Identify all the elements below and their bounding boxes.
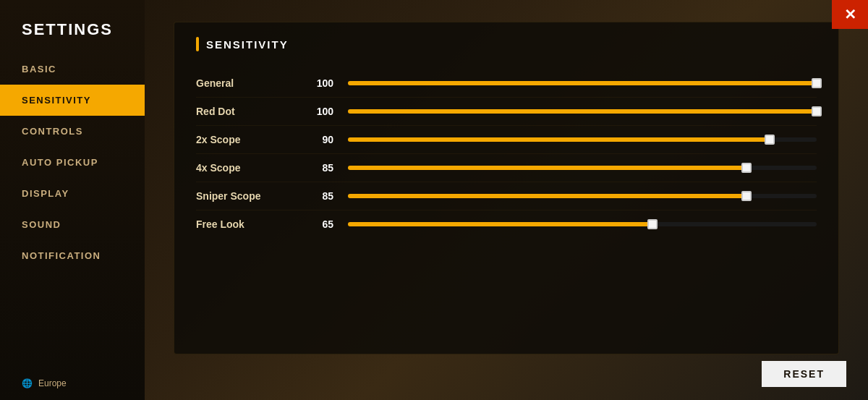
slider-value-0: 100 bbox=[312, 77, 348, 89]
slider-label-5: Free Look bbox=[196, 218, 312, 230]
slider-value-1: 100 bbox=[312, 106, 348, 117]
sidebar-nav: BASICSENSITIVITYCONTROLSAUTO PICKUPDISPL… bbox=[0, 54, 145, 367]
slider-thumb-1[interactable] bbox=[812, 106, 822, 116]
sidebar-item-basic[interactable]: BASIC bbox=[0, 54, 145, 85]
slider-row-0: General100 bbox=[196, 69, 817, 98]
slider-track-fill-0 bbox=[348, 81, 817, 85]
sidebar-item-display[interactable]: DISPLAY bbox=[0, 178, 145, 209]
slider-value-2: 90 bbox=[312, 134, 348, 145]
slider-label-2: 2x Scope bbox=[196, 134, 312, 145]
slider-label-1: Red Dot bbox=[196, 106, 312, 117]
slider-track-fill-1 bbox=[348, 109, 817, 114]
sidebar-footer: 🌐 Europe bbox=[0, 367, 145, 400]
slider-thumb-5[interactable] bbox=[647, 219, 658, 229]
region-label: Europe bbox=[38, 378, 67, 388]
close-button[interactable]: ✕ bbox=[832, 0, 868, 29]
slider-row-5: Free Look65 bbox=[196, 210, 817, 238]
slider-thumb-0[interactable] bbox=[812, 78, 822, 88]
slider-track-5[interactable] bbox=[348, 222, 817, 226]
sidebar-item-notification[interactable]: NOTIFICATION bbox=[0, 240, 145, 271]
section-title-bar bbox=[196, 37, 199, 51]
slider-row-2: 2x Scope90 bbox=[196, 126, 817, 154]
slider-track-2[interactable] bbox=[348, 137, 817, 142]
sliders-container: General100Red Dot1002x Scope904x Scope85… bbox=[196, 69, 817, 238]
close-icon: ✕ bbox=[844, 6, 856, 23]
slider-value-3: 85 bbox=[312, 162, 348, 174]
slider-track-fill-3 bbox=[348, 166, 746, 170]
sidebar-item-sensitivity[interactable]: SENSITIVITY bbox=[0, 85, 145, 116]
slider-label-4: Sniper Scope bbox=[196, 190, 312, 202]
slider-track-fill-5 bbox=[348, 222, 652, 226]
sidebar-item-sound[interactable]: SOUND bbox=[0, 209, 145, 240]
sidebar-item-controls[interactable]: CONTROLS bbox=[0, 116, 145, 147]
slider-value-4: 85 bbox=[312, 190, 348, 202]
section-title: SENSITIVITY bbox=[196, 37, 817, 51]
settings-panel: SENSITIVITY General100Red Dot1002x Scope… bbox=[174, 22, 839, 354]
slider-track-3[interactable] bbox=[348, 166, 817, 170]
slider-track-1[interactable] bbox=[348, 109, 817, 114]
globe-icon: 🌐 bbox=[22, 378, 33, 388]
slider-thumb-3[interactable] bbox=[741, 163, 752, 173]
reset-button[interactable]: RESET bbox=[762, 361, 846, 387]
slider-track-fill-2 bbox=[348, 137, 770, 142]
settings-title: SETTINGS bbox=[0, 7, 145, 54]
main-content: SENSITIVITY General100Red Dot1002x Scope… bbox=[145, 0, 868, 400]
slider-track-fill-4 bbox=[348, 194, 746, 198]
section-title-text: SENSITIVITY bbox=[206, 38, 289, 51]
slider-track-4[interactable] bbox=[348, 194, 817, 198]
slider-thumb-4[interactable] bbox=[741, 191, 752, 201]
slider-thumb-2[interactable] bbox=[765, 135, 775, 145]
sidebar: SETTINGS BASICSENSITIVITYCONTROLSAUTO PI… bbox=[0, 0, 145, 400]
slider-label-3: 4x Scope bbox=[196, 162, 312, 174]
slider-track-0[interactable] bbox=[348, 81, 817, 85]
slider-label-0: General bbox=[196, 77, 312, 89]
slider-row-4: Sniper Scope85 bbox=[196, 182, 817, 210]
slider-row-1: Red Dot100 bbox=[196, 98, 817, 126]
app-container: SETTINGS BASICSENSITIVITYCONTROLSAUTO PI… bbox=[0, 0, 868, 400]
slider-value-5: 65 bbox=[312, 218, 348, 230]
sidebar-item-auto_pickup[interactable]: AUTO PICKUP bbox=[0, 147, 145, 178]
slider-row-3: 4x Scope85 bbox=[196, 154, 817, 182]
